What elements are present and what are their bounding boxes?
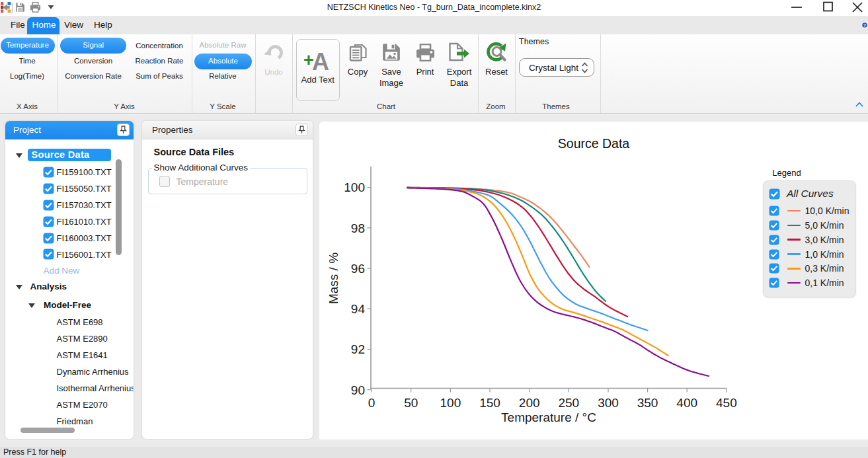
svg-text:50: 50 [404, 396, 418, 410]
svg-text:350: 350 [637, 396, 658, 410]
svg-text:96: 96 [351, 262, 365, 276]
svg-text:150: 150 [479, 396, 500, 410]
svg-text:300: 300 [598, 396, 619, 410]
svg-text:250: 250 [558, 396, 579, 410]
svg-text:100: 100 [440, 396, 461, 410]
svg-text:Temperature / °C: Temperature / °C [501, 410, 596, 424]
svg-text:Mass / %: Mass / % [327, 252, 340, 304]
svg-text:450: 450 [716, 396, 737, 410]
svg-text:400: 400 [676, 396, 697, 410]
svg-text:92: 92 [351, 342, 365, 356]
svg-text:94: 94 [351, 302, 366, 316]
svg-text:0: 0 [368, 396, 375, 410]
svg-text:?: ? [863, 23, 866, 28]
svg-text:100: 100 [344, 180, 365, 194]
svg-text:98: 98 [351, 221, 365, 235]
svg-text:200: 200 [519, 396, 540, 410]
svg-text:90: 90 [351, 383, 365, 397]
